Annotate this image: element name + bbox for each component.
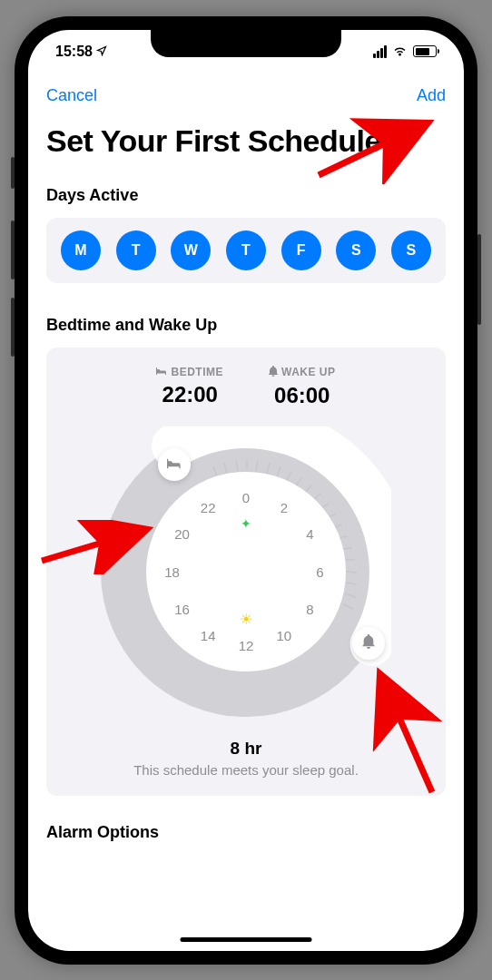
alarm-options-title: Alarm Options [46,823,446,842]
bell-handle-icon [362,634,375,652]
bedtime-value: 22:00 [156,382,223,407]
svg-line-5 [267,463,270,474]
days-container: M T W T F S S [46,218,446,283]
wakeup-header: WAKE UP [281,366,336,378]
clock-16: 16 [174,602,190,617]
phone-frame: 15:58 Cancel Add Set Your First Schedule [15,16,477,965]
clock-0: 0 [242,490,250,505]
clock-6: 6 [316,564,323,579]
svg-line-4 [256,460,258,471]
location-icon [96,44,107,59]
bed-icon [156,366,167,378]
days-active-title: Days Active [46,186,446,205]
screen: 15:58 Cancel Add Set Your First Schedule [28,30,464,951]
wakeup-handle[interactable] [352,627,385,660]
day-sunday[interactable]: S [391,230,431,270]
bedtime-card: BEDTIME 22:00 WAKE UP 06:00 [46,348,446,796]
clock-18: 18 [164,564,180,579]
sleep-dial[interactable]: 0 2 4 6 8 10 12 14 16 18 20 22 ✦ [101,426,391,717]
svg-line-18 [346,583,357,584]
status-indicators [373,45,437,58]
summary-text: This schedule meets your sleep goal. [64,762,428,778]
page-title: Set Your First Schedule [46,123,446,159]
wakeup-label-group: WAKE UP 06:00 [269,366,336,408]
svg-line-6 [277,466,280,477]
bed-handle-icon [167,457,182,472]
day-tuesday[interactable]: T [116,230,156,270]
clock-14: 14 [201,627,216,642]
power-button [477,234,481,325]
day-wednesday[interactable]: W [171,230,211,270]
day-saturday[interactable]: S [336,230,376,270]
bedtime-title: Bedtime and Wake Up [46,316,446,335]
battery-icon [413,45,437,57]
clock-12: 12 [239,637,254,652]
clock-face: 0 2 4 6 8 10 12 14 16 18 20 22 ✦ [146,472,346,671]
volume-up [11,220,15,279]
time-labels: BEDTIME 22:00 WAKE UP 06:00 [64,366,428,408]
bedtime-handle[interactable] [158,448,191,481]
clock-22: 22 [201,500,216,515]
nav-bar: Cancel Add [46,74,446,123]
clock-20: 20 [174,525,190,541]
sparkle-icon: ✦ [241,516,251,531]
status-time: 15:58 [55,44,107,60]
volume-down [11,298,15,357]
clock-2: 2 [280,500,288,515]
sleep-summary: 8 hr This schedule meets your sleep goal… [64,739,428,778]
day-monday[interactable]: M [61,230,101,270]
summary-hours: 8 hr [64,739,428,759]
sun-icon: ☀ [240,611,252,628]
wifi-icon [392,45,408,57]
home-indicator[interactable] [181,937,312,942]
bedtime-label-group: BEDTIME 22:00 [156,366,223,408]
bedtime-header: BEDTIME [171,366,223,378]
clock-4: 4 [306,525,313,541]
cancel-button[interactable]: Cancel [46,86,97,105]
mute-switch [11,157,15,189]
svg-line-20 [343,604,353,609]
clock-8: 8 [306,602,313,617]
svg-line-1 [224,463,227,474]
bell-icon [269,366,278,379]
day-friday[interactable]: F [281,230,321,270]
svg-line-17 [346,572,357,573]
cellular-icon [373,45,387,58]
add-button[interactable]: Add [417,86,446,105]
content: Cancel Add Set Your First Schedule Days … [28,74,464,951]
svg-line-19 [345,593,356,597]
day-thursday[interactable]: T [226,230,266,270]
clock-10: 10 [276,627,291,642]
notch [151,30,341,57]
wakeup-value: 06:00 [269,383,336,408]
svg-line-2 [236,460,238,471]
